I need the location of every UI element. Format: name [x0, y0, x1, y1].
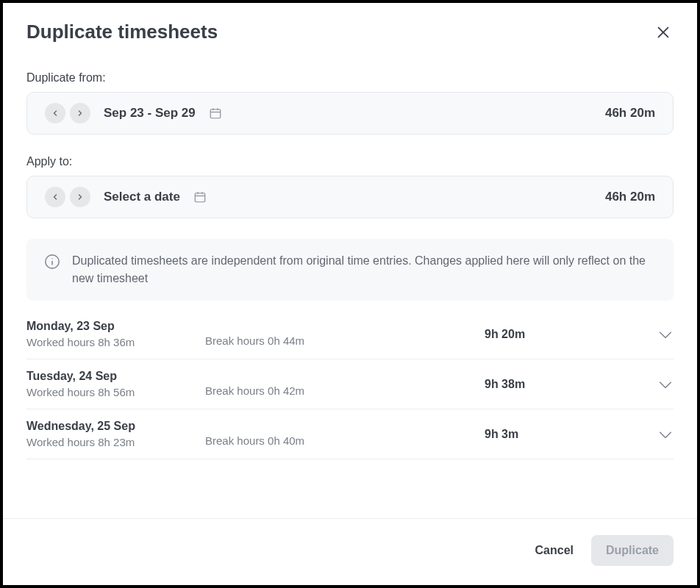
from-next-button[interactable] — [70, 103, 90, 123]
from-date-range[interactable]: Sep 23 - Sep 29 — [104, 106, 196, 121]
duplicate-button[interactable]: Duplicate — [591, 535, 674, 566]
svg-rect-2 — [210, 110, 221, 118]
apply-calendar-button[interactable] — [193, 190, 207, 204]
svg-point-12 — [51, 258, 52, 259]
duplicate-from-box: Sep 23 - Sep 29 46h 20m — [26, 92, 674, 135]
apply-date-range[interactable]: Select a date — [104, 190, 180, 204]
info-text: Duplicated timesheets are independent fr… — [72, 252, 656, 287]
apply-total: 46h 20m — [605, 190, 655, 204]
chevron-right-icon — [76, 193, 85, 201]
date-box-left: Sep 23 - Sep 29 — [45, 103, 222, 123]
from-total: 46h 20m — [605, 106, 655, 121]
day-total: 9h 20m — [485, 328, 525, 341]
day-break-hours: Break hours 0h 42m — [205, 384, 304, 397]
date-box-left: Select a date — [45, 187, 207, 207]
close-button[interactable] — [653, 22, 674, 43]
from-prev-button[interactable] — [45, 103, 65, 123]
close-icon — [655, 24, 671, 40]
chevron-down-icon — [657, 426, 674, 442]
day-row[interactable]: Tuesday, 24 Sep Worked hours 8h 56m Brea… — [26, 359, 674, 409]
from-nav-buttons — [45, 103, 90, 123]
apply-nav-buttons — [45, 187, 90, 207]
day-total: 9h 3m — [485, 428, 518, 441]
duplicate-from-label: Duplicate from: — [26, 71, 674, 85]
day-total: 9h 38m — [485, 378, 525, 391]
day-name: Tuesday, 24 Sep — [26, 370, 205, 383]
svg-rect-6 — [195, 193, 205, 202]
calendar-icon — [193, 190, 207, 204]
apply-next-button[interactable] — [70, 187, 90, 207]
day-break-hours: Break hours 0h 44m — [205, 334, 304, 347]
day-name: Monday, 23 Sep — [26, 320, 205, 333]
day-row[interactable]: Wednesday, 25 Sep Worked hours 8h 23m Br… — [26, 409, 674, 459]
info-banner: Duplicated timesheets are independent fr… — [26, 239, 674, 301]
dialog-footer: Cancel Duplicate — [3, 518, 697, 585]
day-worked-hours: Worked hours 8h 56m — [26, 386, 205, 398]
dialog-body: Duplicate from: Sep 23 - Sep 29 46h 20m — [3, 51, 697, 518]
day-list: Monday, 23 Sep Worked hours 8h 36m Break… — [26, 320, 674, 459]
info-icon — [44, 254, 60, 270]
day-row[interactable]: Monday, 23 Sep Worked hours 8h 36m Break… — [26, 320, 674, 359]
chevron-down-icon — [657, 376, 674, 392]
chevron-down-icon — [657, 326, 674, 343]
apply-prev-button[interactable] — [45, 187, 65, 207]
day-worked-hours: Worked hours 8h 36m — [26, 336, 205, 348]
dialog-title: Duplicate timesheets — [26, 21, 218, 43]
calendar-icon — [209, 107, 222, 120]
chevron-left-icon — [51, 193, 60, 201]
dialog-duplicate-timesheets: Duplicate timesheets Duplicate from: Sep… — [0, 0, 700, 588]
day-worked-hours: Worked hours 8h 23m — [26, 436, 205, 448]
from-calendar-button[interactable] — [209, 107, 222, 120]
day-break-hours: Break hours 0h 40m — [205, 434, 304, 447]
dialog-header: Duplicate timesheets — [3, 3, 697, 51]
chevron-right-icon — [76, 109, 85, 118]
apply-to-label: Apply to: — [26, 155, 674, 168]
apply-to-box: Select a date 46h 20m — [26, 176, 674, 218]
chevron-left-icon — [51, 109, 60, 118]
day-name: Wednesday, 25 Sep — [26, 420, 205, 433]
cancel-button[interactable]: Cancel — [531, 537, 578, 564]
